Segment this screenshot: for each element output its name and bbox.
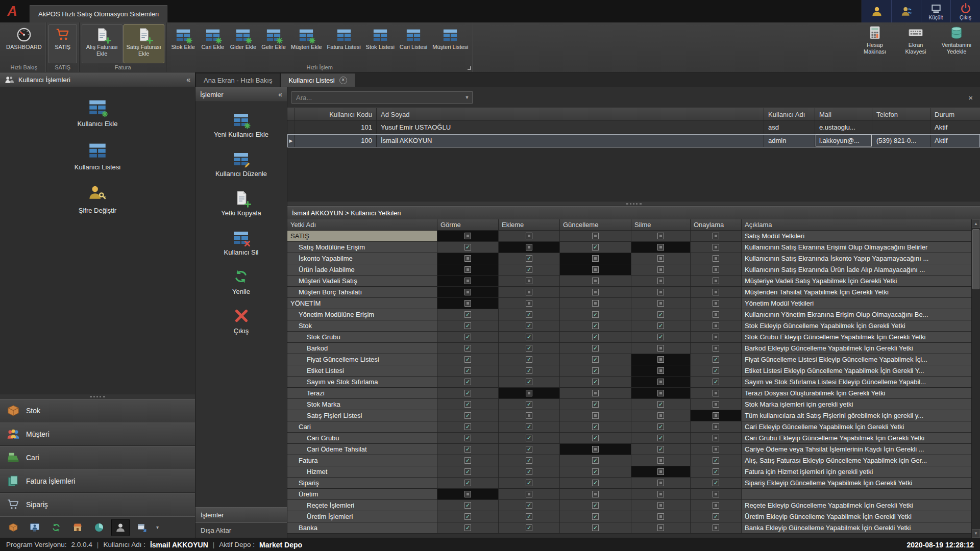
panel-close-icon[interactable]: × [965,93,976,102]
tray-button-pencere[interactable] [133,519,151,536]
permission-checkbox[interactable] [713,300,719,307]
permission-checkbox[interactable]: ✓ [464,401,471,408]
permission-checkbox[interactable] [464,300,471,307]
permission-checkbox[interactable]: ✓ [464,468,471,475]
permission-checkbox[interactable] [657,244,664,251]
permission-checkbox[interactable]: ✓ [657,401,664,408]
sidebar-nav-müşteri[interactable]: Müşteri [0,422,195,446]
permission-row[interactable]: Cari Grubu✓✓✓✓Cari Grubu Ekleyip Güncell… [287,433,971,444]
permission-checkbox[interactable] [657,345,664,352]
perm-name-cell[interactable]: Stok Grubu [287,332,437,342]
perm-column-header-açıklama[interactable]: Açıklama [742,219,971,230]
permission-row[interactable]: Satış Fişleri Listesi✓Tüm kullanıcılara … [287,410,971,421]
perm-name-cell[interactable]: Terazi [287,388,437,398]
permission-checkbox[interactable]: ✓ [713,468,719,475]
permission-checkbox[interactable] [713,412,719,419]
perm-column-header-yetki-adı[interactable]: Yetki Adı [287,219,437,230]
permission-checkbox[interactable]: ✓ [464,423,471,430]
permission-checkbox[interactable] [657,468,664,475]
perm-name-cell[interactable]: Üretim İşlemleri [287,511,437,522]
permission-checkbox[interactable]: ✓ [526,468,532,475]
permission-checkbox[interactable]: ✓ [464,322,471,329]
permission-checkbox[interactable] [713,390,719,396]
permission-checkbox[interactable] [592,412,599,419]
tray-button-pos-ekrani[interactable] [26,519,44,536]
permission-checkbox[interactable] [657,480,664,486]
perm-name-cell[interactable]: Satış Fişleri Listesi [287,410,437,421]
permission-row[interactable]: Satış Modülüne Erişim✓✓Kullanıcının Satı… [287,242,971,253]
permission-checkbox[interactable]: ✓ [464,502,471,509]
permission-checkbox[interactable]: ✓ [464,356,471,363]
titlebar-button-kullanici-degistir[interactable] [891,0,921,22]
perm-name-cell[interactable]: Yönetim Modülüne Erişim [287,309,437,320]
permission-checkbox[interactable]: ✓ [592,457,599,464]
permission-checkbox[interactable]: ✓ [464,412,471,419]
sidebar-nav-cari[interactable]: Cari [0,446,195,469]
permission-checkbox[interactable] [657,300,664,307]
permission-checkbox[interactable] [592,255,599,262]
permission-checkbox[interactable]: ✓ [592,502,599,509]
action-kullanıcı-düzenle[interactable]: Kullanıcı Düzenle [215,151,267,178]
permission-checkbox[interactable] [713,524,719,531]
permission-checkbox[interactable] [713,244,719,251]
search-dropdown-icon[interactable]: ▼ [462,95,472,100]
perm-name-cell[interactable]: Müşteri Borç Tahsilatı [287,287,437,297]
perm-name-cell[interactable]: Sayım ve Stok Sıfırlama [287,377,437,387]
tab-close-icon[interactable]: × [339,77,347,84]
ribbon-button-cari-ekle[interactable]: Cari Ekle [199,24,227,63]
sidebar-splitter[interactable] [0,394,195,399]
ribbon-button-alış-faturası-ekle[interactable]: Alış Faturası Ekle [82,24,122,63]
ribbon-button-müşteri-ekle[interactable]: Müşteri Ekle [289,24,324,63]
perm-column-header-ekleme[interactable]: Ekleme [499,219,560,230]
actions-collapse-icon[interactable]: « [278,90,282,98]
permission-checkbox[interactable]: ✓ [464,390,471,396]
permission-row[interactable]: Sipariş✓✓✓✓Sipariş Ekleyip Güncelleme Ya… [287,478,971,489]
perm-name-cell[interactable]: Stok Marka [287,399,437,410]
permission-checkbox[interactable] [713,322,719,329]
perm-name-cell[interactable]: İskonto Yapabilme [287,253,437,264]
perm-name-cell[interactable]: Müşteri Vadeli Satış [287,276,437,286]
column-header-mail[interactable]: Mail [815,108,872,120]
permission-checkbox[interactable] [526,491,532,497]
permission-checkbox[interactable]: ✓ [526,401,532,408]
permission-checkbox[interactable]: ✓ [526,480,532,486]
permission-checkbox[interactable]: ✓ [526,345,532,352]
permission-checkbox[interactable]: ✓ [526,322,532,329]
perm-name-cell[interactable]: Fatura [287,455,437,466]
permission-checkbox[interactable]: ✓ [592,513,599,520]
tray-button-magaza[interactable] [68,519,87,536]
permission-checkbox[interactable]: ✓ [526,502,532,509]
permission-checkbox[interactable] [713,278,719,284]
column-header-kullanıcı-kodu[interactable]: Kullanıcı Kodu [295,108,377,120]
permission-checkbox[interactable] [657,524,664,531]
permission-checkbox[interactable]: ✓ [592,322,599,329]
action-yeni-kullanıcı-ekle[interactable]: Yeni Kullanıcı Ekle [214,111,268,138]
perm-column-header-onaylama[interactable]: Onaylama [691,219,742,230]
permission-checkbox[interactable]: ✓ [657,334,664,340]
permission-checkbox[interactable] [657,255,664,262]
permission-checkbox[interactable]: ✓ [592,311,599,318]
permission-checkbox[interactable]: ✓ [464,367,471,374]
tray-chevron-icon[interactable]: ▾ [154,524,161,530]
permission-checkbox[interactable]: ✓ [464,457,471,464]
sidebar-item-kullanıcı-listesi[interactable]: Kullanıcı Listesi [75,141,120,171]
permission-checkbox[interactable]: ✓ [592,480,599,486]
permission-checkbox[interactable]: ✓ [592,367,599,374]
ribbon-button-stok-listesi[interactable]: Stok Listesi [364,24,397,63]
user-row[interactable]: ▶100İsmail AKKOYUNadmini.akkoyun@...(539… [287,134,980,147]
vertical-scrollbar[interactable]: ▲ ▼ [971,219,980,538]
permission-row[interactable]: Stok✓✓✓✓Stok Ekleyip Güncelleme Yapabilm… [287,320,971,332]
permission-checkbox[interactable] [526,300,532,307]
permission-checkbox[interactable] [657,289,664,295]
permission-checkbox[interactable]: ✓ [592,423,599,430]
permission-checkbox[interactable]: ✓ [526,446,532,453]
permission-checkbox[interactable] [464,255,471,262]
permission-checkbox[interactable] [657,502,664,509]
tab-ana-ekran-hızlı-bakış[interactable]: Ana Ekran - Hızlı Bakış [195,73,280,87]
permission-checkbox[interactable] [526,412,532,419]
permission-checkbox[interactable]: ✓ [464,311,471,318]
permission-checkbox[interactable] [526,278,532,284]
ribbon-button-stok-ekle[interactable]: Stok Ekle [169,24,198,63]
actions-footer-dışa-aktar[interactable]: Dışa Aktar [195,522,287,538]
ribbon-button-cari-listesi[interactable]: Cari Listesi [398,24,429,63]
